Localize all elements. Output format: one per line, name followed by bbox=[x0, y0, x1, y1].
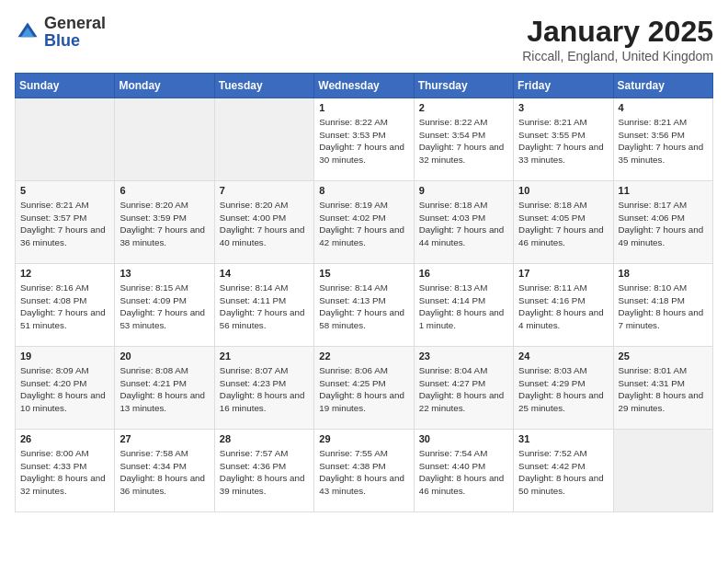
calendar-cell: 31Sunrise: 7:52 AMSunset: 4:42 PMDayligh… bbox=[514, 430, 613, 512]
day-number: 15 bbox=[319, 268, 408, 279]
dow-header: Wednesday bbox=[314, 74, 414, 98]
calendar-cell: 20Sunrise: 8:08 AMSunset: 4:21 PMDayligh… bbox=[115, 347, 214, 430]
dow-header: Thursday bbox=[414, 74, 513, 98]
day-info: Sunrise: 8:00 AMSunset: 4:33 PMDaylight:… bbox=[20, 447, 109, 498]
calendar-cell: 27Sunrise: 7:58 AMSunset: 4:34 PMDayligh… bbox=[115, 430, 214, 512]
logo: General Blue bbox=[15, 15, 106, 50]
calendar: SundayMondayTuesdayWednesdayThursdayFrid… bbox=[15, 73, 713, 512]
logo-blue: Blue bbox=[44, 31, 80, 50]
calendar-cell: 15Sunrise: 8:14 AMSunset: 4:13 PMDayligh… bbox=[314, 264, 414, 347]
day-number: 23 bbox=[419, 350, 508, 362]
day-info: Sunrise: 7:57 AMSunset: 4:36 PMDaylight:… bbox=[220, 447, 309, 498]
calendar-cell: 8Sunrise: 8:19 AMSunset: 4:02 PMDaylight… bbox=[314, 181, 414, 264]
day-number: 18 bbox=[619, 268, 708, 279]
day-number: 11 bbox=[619, 185, 708, 196]
day-number: 10 bbox=[518, 185, 608, 196]
day-info: Sunrise: 7:58 AMSunset: 4:34 PMDaylight:… bbox=[119, 447, 209, 498]
calendar-cell bbox=[115, 98, 214, 181]
week-row: 12Sunrise: 8:16 AMSunset: 4:08 PMDayligh… bbox=[16, 264, 713, 347]
day-info: Sunrise: 8:06 AMSunset: 4:25 PMDaylight:… bbox=[319, 364, 408, 415]
calendar-cell: 10Sunrise: 8:18 AMSunset: 4:05 PMDayligh… bbox=[514, 181, 613, 264]
calendar-cell: 1Sunrise: 8:22 AMSunset: 3:53 PMDaylight… bbox=[314, 98, 414, 181]
week-row: 19Sunrise: 8:09 AMSunset: 4:20 PMDayligh… bbox=[16, 347, 713, 430]
day-number: 29 bbox=[319, 433, 408, 444]
day-number: 8 bbox=[319, 185, 408, 196]
day-number: 22 bbox=[319, 350, 408, 362]
calendar-cell: 22Sunrise: 8:06 AMSunset: 4:25 PMDayligh… bbox=[314, 347, 414, 430]
day-number: 3 bbox=[518, 102, 608, 113]
day-info: Sunrise: 8:16 AMSunset: 4:08 PMDaylight:… bbox=[20, 282, 109, 332]
day-number: 25 bbox=[619, 350, 708, 362]
location-title: Riccall, England, United Kingdom bbox=[522, 49, 713, 63]
day-number: 1 bbox=[319, 102, 408, 113]
calendar-cell: 9Sunrise: 8:18 AMSunset: 4:03 PMDaylight… bbox=[414, 181, 513, 264]
day-info: Sunrise: 8:11 AMSunset: 4:16 PMDaylight:… bbox=[518, 282, 608, 332]
day-number: 7 bbox=[220, 185, 309, 196]
day-info: Sunrise: 8:04 AMSunset: 4:27 PMDaylight:… bbox=[419, 364, 508, 415]
day-info: Sunrise: 8:22 AMSunset: 3:53 PMDaylight:… bbox=[319, 116, 408, 167]
day-info: Sunrise: 8:22 AMSunset: 3:54 PMDaylight:… bbox=[419, 116, 508, 167]
calendar-cell: 4Sunrise: 8:21 AMSunset: 3:56 PMDaylight… bbox=[613, 98, 712, 181]
day-info: Sunrise: 8:14 AMSunset: 4:11 PMDaylight:… bbox=[220, 282, 309, 332]
calendar-cell: 19Sunrise: 8:09 AMSunset: 4:20 PMDayligh… bbox=[16, 347, 115, 430]
month-title: January 2025 bbox=[522, 15, 713, 49]
day-info: Sunrise: 7:52 AMSunset: 4:42 PMDaylight:… bbox=[518, 447, 608, 498]
day-number: 30 bbox=[419, 433, 508, 444]
header: General Blue January 2025 Riccall, Engla… bbox=[15, 15, 713, 63]
calendar-cell: 2Sunrise: 8:22 AMSunset: 3:54 PMDaylight… bbox=[414, 98, 513, 181]
calendar-cell: 18Sunrise: 8:10 AMSunset: 4:18 PMDayligh… bbox=[613, 264, 712, 347]
day-number: 4 bbox=[619, 102, 708, 113]
day-info: Sunrise: 8:15 AMSunset: 4:09 PMDaylight:… bbox=[119, 282, 209, 332]
day-number: 17 bbox=[518, 268, 608, 279]
logo-general: General bbox=[44, 14, 106, 32]
day-number: 21 bbox=[220, 350, 309, 362]
day-number: 16 bbox=[419, 268, 508, 279]
day-info: Sunrise: 8:08 AMSunset: 4:21 PMDaylight:… bbox=[119, 364, 209, 415]
calendar-cell: 11Sunrise: 8:17 AMSunset: 4:06 PMDayligh… bbox=[613, 181, 712, 264]
calendar-cell: 23Sunrise: 8:04 AMSunset: 4:27 PMDayligh… bbox=[414, 347, 513, 430]
day-number: 2 bbox=[419, 102, 508, 113]
calendar-cell: 29Sunrise: 7:55 AMSunset: 4:38 PMDayligh… bbox=[314, 430, 414, 512]
day-number: 28 bbox=[220, 433, 309, 444]
day-info: Sunrise: 8:13 AMSunset: 4:14 PMDaylight:… bbox=[419, 282, 508, 332]
day-info: Sunrise: 8:07 AMSunset: 4:23 PMDaylight:… bbox=[220, 364, 309, 415]
day-number: 31 bbox=[518, 433, 608, 444]
day-info: Sunrise: 8:14 AMSunset: 4:13 PMDaylight:… bbox=[319, 282, 408, 332]
day-info: Sunrise: 8:19 AMSunset: 4:02 PMDaylight:… bbox=[319, 199, 408, 249]
day-number: 20 bbox=[119, 350, 209, 362]
day-number: 19 bbox=[20, 350, 109, 362]
logo-icon bbox=[15, 19, 40, 45]
calendar-cell bbox=[214, 98, 313, 181]
dow-header: Friday bbox=[514, 74, 613, 98]
calendar-cell: 25Sunrise: 8:01 AMSunset: 4:31 PMDayligh… bbox=[613, 347, 712, 430]
dow-header: Sunday bbox=[16, 74, 115, 98]
title-area: January 2025 Riccall, England, United Ki… bbox=[522, 15, 713, 63]
calendar-cell: 6Sunrise: 8:20 AMSunset: 3:59 PMDaylight… bbox=[115, 181, 214, 264]
week-row: 1Sunrise: 8:22 AMSunset: 3:53 PMDaylight… bbox=[16, 98, 713, 181]
day-number: 9 bbox=[419, 185, 508, 196]
calendar-cell: 26Sunrise: 8:00 AMSunset: 4:33 PMDayligh… bbox=[16, 430, 115, 512]
calendar-cell: 13Sunrise: 8:15 AMSunset: 4:09 PMDayligh… bbox=[115, 264, 214, 347]
days-of-week-row: SundayMondayTuesdayWednesdayThursdayFrid… bbox=[16, 74, 713, 98]
calendar-cell bbox=[16, 98, 115, 181]
calendar-cell: 21Sunrise: 8:07 AMSunset: 4:23 PMDayligh… bbox=[214, 347, 313, 430]
calendar-cell: 3Sunrise: 8:21 AMSunset: 3:55 PMDaylight… bbox=[514, 98, 613, 181]
day-number: 13 bbox=[119, 268, 209, 279]
calendar-cell: 30Sunrise: 7:54 AMSunset: 4:40 PMDayligh… bbox=[414, 430, 513, 512]
dow-header: Saturday bbox=[613, 74, 712, 98]
dow-header: Monday bbox=[115, 74, 214, 98]
calendar-cell: 14Sunrise: 8:14 AMSunset: 4:11 PMDayligh… bbox=[214, 264, 313, 347]
day-number: 6 bbox=[119, 185, 209, 196]
day-info: Sunrise: 8:21 AMSunset: 3:57 PMDaylight:… bbox=[20, 199, 109, 249]
day-info: Sunrise: 7:54 AMSunset: 4:40 PMDaylight:… bbox=[419, 447, 508, 498]
calendar-cell: 5Sunrise: 8:21 AMSunset: 3:57 PMDaylight… bbox=[16, 181, 115, 264]
day-number: 12 bbox=[20, 268, 109, 279]
calendar-cell bbox=[613, 430, 712, 512]
calendar-cell: 28Sunrise: 7:57 AMSunset: 4:36 PMDayligh… bbox=[214, 430, 313, 512]
dow-header: Tuesday bbox=[214, 74, 313, 98]
day-info: Sunrise: 7:55 AMSunset: 4:38 PMDaylight:… bbox=[319, 447, 408, 498]
day-info: Sunrise: 8:01 AMSunset: 4:31 PMDaylight:… bbox=[619, 364, 708, 415]
day-info: Sunrise: 8:21 AMSunset: 3:55 PMDaylight:… bbox=[518, 116, 608, 167]
calendar-cell: 12Sunrise: 8:16 AMSunset: 4:08 PMDayligh… bbox=[16, 264, 115, 347]
day-info: Sunrise: 8:20 AMSunset: 3:59 PMDaylight:… bbox=[119, 199, 209, 249]
